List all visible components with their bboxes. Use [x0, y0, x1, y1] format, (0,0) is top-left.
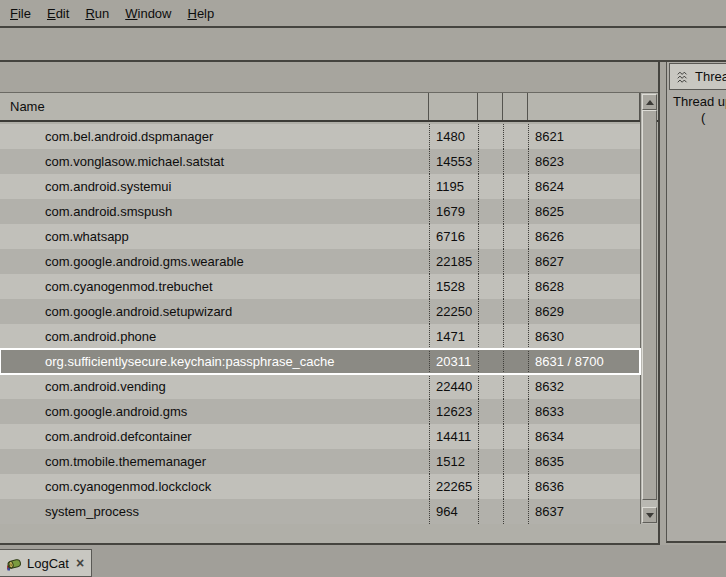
client-name: com.android.smspush	[0, 199, 429, 224]
threads-icon	[676, 70, 690, 84]
table-row[interactable]: com.tmobile.thememanager15128635	[0, 449, 640, 474]
table-row[interactable]: com.whatsapp67168626	[0, 224, 640, 249]
client-name: system_process	[0, 499, 429, 524]
threads-panel: Threads Thread up (	[666, 62, 726, 543]
client-empty-cell	[503, 174, 528, 199]
client-name: com.android.defcontainer	[0, 424, 429, 449]
tab-threads-label: Threads	[695, 69, 726, 84]
client-empty-cell	[478, 274, 503, 299]
client-name: com.whatsapp	[0, 224, 429, 249]
table-row[interactable]: system_process9648637	[0, 499, 640, 524]
table-row[interactable]: com.vonglasow.michael.satstat145538623	[0, 149, 640, 174]
table-row[interactable]: com.android.systemui11958624	[0, 174, 640, 199]
client-empty-cell	[503, 349, 528, 374]
column-header-empty[interactable]	[503, 93, 528, 120]
client-debug-port: 8634	[528, 424, 640, 449]
table-header: Name	[0, 93, 658, 122]
client-empty-cell	[478, 224, 503, 249]
table-row[interactable]: com.bel.android.dspmanager14808621	[0, 124, 640, 149]
vertical-scrollbar[interactable]	[640, 93, 657, 524]
client-name: com.google.android.setupwizard	[0, 299, 429, 324]
table-row[interactable]: com.google.android.gms126238633	[0, 399, 640, 424]
clients-table: Name com.bel.android.dspmanager14808621c…	[0, 92, 658, 543]
client-debug-port: 8626	[528, 224, 640, 249]
client-name: com.cyanogenmod.trebuchet	[0, 274, 429, 299]
scroll-up-button[interactable]	[642, 94, 657, 110]
client-name: com.vonglasow.michael.satstat	[0, 149, 429, 174]
client-name: org.sufficientlysecure.keychain:passphra…	[0, 349, 429, 374]
table-row[interactable]: com.android.vending224408632	[0, 374, 640, 399]
client-pid: 22250	[429, 299, 478, 324]
client-name: com.bel.android.dspmanager	[0, 124, 429, 149]
client-name: com.google.android.gms	[0, 399, 429, 424]
ddms-window: File Edit Run Window Help	[0, 0, 726, 577]
column-header-name[interactable]: Name	[0, 93, 429, 120]
client-debug-port: 8629	[528, 299, 640, 324]
table-body: com.bel.android.dspmanager14808621com.vo…	[0, 124, 640, 524]
client-pid: 14553	[429, 149, 478, 174]
threads-message-line2: (	[673, 110, 726, 126]
client-empty-cell	[503, 124, 528, 149]
client-debug-port: 8636	[528, 474, 640, 499]
table-row[interactable]: com.google.android.gms.wearable221858627	[0, 249, 640, 274]
client-empty-cell	[503, 199, 528, 224]
menu-file[interactable]: File	[2, 3, 39, 24]
menu-window[interactable]: Window	[117, 3, 179, 24]
client-name: com.android.phone	[0, 324, 429, 349]
client-pid: 964	[429, 499, 478, 524]
table-row[interactable]: com.cyanogenmod.trebuchet15288628	[0, 274, 640, 299]
logcat-strip: LogCat ×	[0, 545, 726, 577]
client-name: com.android.vending	[0, 374, 429, 399]
menu-bar: File Edit Run Window Help	[0, 0, 726, 26]
client-pid: 1528	[429, 274, 478, 299]
client-debug-port: 8633	[528, 399, 640, 424]
column-header-empty[interactable]	[478, 93, 503, 120]
client-pid: 1679	[429, 199, 478, 224]
client-debug-port: 8627	[528, 249, 640, 274]
devices-panel: Devices ×	[0, 62, 660, 545]
client-empty-cell	[478, 499, 503, 524]
column-header-pid[interactable]	[429, 93, 478, 120]
scroll-down-button[interactable]	[642, 507, 657, 523]
client-debug-port: 8637	[528, 499, 640, 524]
client-debug-port: 8621	[528, 124, 640, 149]
table-row[interactable]: com.android.defcontainer144118634	[0, 424, 640, 449]
tab-threads[interactable]: Threads	[669, 63, 726, 90]
client-empty-cell	[503, 474, 528, 499]
table-row[interactable]: com.google.android.setupwizard222508629	[0, 299, 640, 324]
client-debug-port: 8635	[528, 449, 640, 474]
close-icon[interactable]: ×	[74, 558, 84, 568]
client-pid: 1195	[429, 174, 478, 199]
client-empty-cell	[478, 199, 503, 224]
table-row[interactable]: com.android.smspush16798625	[0, 199, 640, 224]
logcat-icon	[6, 555, 22, 571]
client-empty-cell	[478, 399, 503, 424]
tab-logcat[interactable]: LogCat ×	[0, 549, 92, 577]
table-row[interactable]: com.cyanogenmod.lockclock222658636	[0, 474, 640, 499]
menu-help[interactable]: Help	[179, 3, 222, 24]
client-pid: 1471	[429, 324, 478, 349]
client-pid: 1512	[429, 449, 478, 474]
client-pid: 14411	[429, 424, 478, 449]
client-empty-cell	[503, 249, 528, 274]
client-pid: 12623	[429, 399, 478, 424]
client-empty-cell	[503, 424, 528, 449]
menu-edit[interactable]: Edit	[39, 3, 77, 24]
client-empty-cell	[503, 149, 528, 174]
client-empty-cell	[503, 324, 528, 349]
threads-message: Thread up (	[673, 94, 726, 126]
client-empty-cell	[478, 124, 503, 149]
client-empty-cell	[503, 274, 528, 299]
vertical-scrollbar-thumb[interactable]	[642, 110, 657, 500]
menu-run[interactable]: Run	[77, 3, 117, 24]
main-toolbar	[0, 28, 726, 60]
client-empty-cell	[503, 399, 528, 424]
client-debug-port: 8631 / 8700	[528, 349, 640, 374]
client-name: com.google.android.gms.wearable	[0, 249, 429, 274]
client-name: com.cyanogenmod.lockclock	[0, 474, 429, 499]
table-row[interactable]: com.android.phone14718630	[0, 324, 640, 349]
client-empty-cell	[503, 374, 528, 399]
table-row[interactable]: org.sufficientlysecure.keychain:passphra…	[0, 349, 640, 374]
column-header-port[interactable]	[528, 93, 640, 120]
client-pid: 22265	[429, 474, 478, 499]
